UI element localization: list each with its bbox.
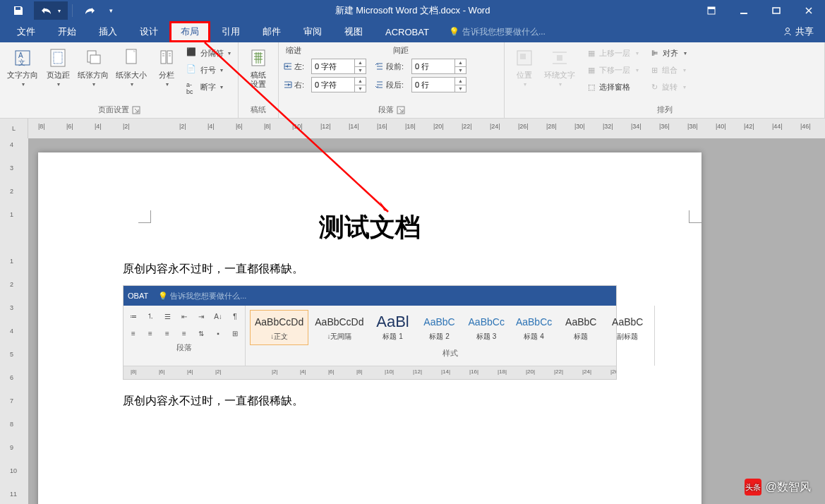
ribbon-options-button[interactable] xyxy=(695,0,728,21)
style-item[interactable]: AaBbC副标题 xyxy=(605,310,650,345)
style-item[interactable]: AaBl标题 1 xyxy=(371,310,416,345)
group-manuscript: 稿纸 设置 稿纸 xyxy=(239,42,279,118)
indent-right-input[interactable] xyxy=(312,78,354,92)
tab-layout[interactable]: 布局 xyxy=(169,21,210,42)
margins-button[interactable]: 页边距 ▾ xyxy=(42,45,73,89)
indent-left-spinner[interactable]: ▲▼ xyxy=(311,59,366,74)
save-button[interactable] xyxy=(6,1,31,20)
spacing-after-input[interactable] xyxy=(412,78,454,92)
spacing-before-up[interactable]: ▲ xyxy=(455,59,466,67)
style-item[interactable]: AaBbCc标题 3 xyxy=(464,310,510,345)
ruler-horizontal[interactable]: |8||6||4||2||2||4||6||8||10||12||14||16|… xyxy=(28,119,825,138)
minimize-button[interactable] xyxy=(728,0,760,21)
align-left-icon[interactable]: ≡ xyxy=(126,325,140,341)
align-center-icon[interactable]: ≡ xyxy=(143,325,157,341)
styles-gallery[interactable]: AaBbCcDd↓正文AaBbCcDd↓无间隔AaBl标题 1AaBbC标题 2… xyxy=(248,308,651,347)
justify-icon[interactable]: ≡ xyxy=(177,325,191,341)
style-item[interactable]: AaBbCcDd↓正文 xyxy=(250,310,308,345)
text-direction-button[interactable]: A文 文字方向 ▾ xyxy=(4,45,41,89)
undo-button[interactable]: ▾ xyxy=(34,1,68,20)
line-numbers-icon: 📄 xyxy=(186,64,198,76)
maximize-button[interactable] xyxy=(760,0,793,21)
page-setup-dialog-launcher[interactable] xyxy=(132,106,140,114)
qat-customize[interactable]: ▾ xyxy=(105,1,116,20)
size-button[interactable]: 纸张大小 ▾ xyxy=(113,45,150,89)
tab-mailings[interactable]: 邮件 xyxy=(251,21,292,42)
spacing-after-up[interactable]: ▲ xyxy=(455,78,466,85)
indent-right-down[interactable]: ▼ xyxy=(355,85,366,92)
multilevel-icon[interactable]: ☰ xyxy=(160,308,174,324)
tab-design[interactable]: 设计 xyxy=(128,21,169,42)
align-right-icon[interactable]: ≡ xyxy=(160,325,174,341)
group-button: ⊞组合▾ xyxy=(649,62,689,78)
style-item[interactable]: AaBbC标题 2 xyxy=(417,310,462,345)
ruler-vertical[interactable]: 43211234567891011 xyxy=(0,138,28,504)
sort-icon[interactable]: A↓ xyxy=(211,308,225,324)
spacing-after-spinner[interactable]: ▲▼ xyxy=(411,77,466,92)
increase-indent-icon[interactable]: ⇥ xyxy=(194,308,208,324)
quick-access-toolbar: ▾ ▾ xyxy=(0,1,116,20)
indent-left-up[interactable]: ▲ xyxy=(355,59,366,67)
tab-home[interactable]: 开始 xyxy=(47,21,88,42)
indent-right-up[interactable]: ▲ xyxy=(355,78,366,85)
spacing-before-label: 段前: xyxy=(375,61,409,72)
rotate-button: ↻旋转▾ xyxy=(649,79,689,95)
bullets-icon[interactable]: ≔ xyxy=(126,308,140,324)
breaks-button[interactable]: ⬛ 分隔符▾ xyxy=(183,45,234,61)
style-item[interactable]: AaBbCc标题 4 xyxy=(511,310,557,345)
manuscript-settings-button[interactable]: 稿纸 设置 xyxy=(243,45,274,90)
numbering-icon[interactable]: ⒈ xyxy=(143,308,157,324)
tell-me-search[interactable]: 💡 告诉我您想要做什么... xyxy=(440,21,546,42)
svg-rect-29 xyxy=(520,54,526,59)
spacing-before-input[interactable] xyxy=(412,59,454,73)
align-icon: ⊫ xyxy=(651,49,658,58)
tab-references[interactable]: 引用 xyxy=(210,21,251,42)
columns-button[interactable]: 分栏 ▾ xyxy=(151,45,182,89)
document-title[interactable]: 测试文档 xyxy=(123,210,617,245)
cropmark-tr xyxy=(689,210,701,223)
share-button[interactable]: 共享 xyxy=(771,21,825,42)
indent-left-down[interactable]: ▼ xyxy=(355,67,366,74)
wrap-text-button: 环绕文字 ▾ xyxy=(541,45,578,89)
tab-acrobat[interactable]: ACROBAT xyxy=(374,21,440,42)
indent-left-input[interactable] xyxy=(312,59,354,73)
spacing-after-down[interactable]: ▼ xyxy=(455,85,466,92)
line-numbers-button[interactable]: 📄 行号▾ xyxy=(183,62,234,78)
tab-review[interactable]: 审阅 xyxy=(292,21,333,42)
watermark-handle: @数智风 xyxy=(766,480,811,495)
send-backward-button: ▦下移一层 ▾ xyxy=(585,62,642,78)
borders-icon[interactable]: ⊞ xyxy=(228,325,242,341)
document-paragraph[interactable]: 原创内容永不过时，一直都很稀缺。 xyxy=(123,394,617,409)
watermark: 头条 @数智风 xyxy=(745,479,811,496)
nested-title-bar: OBAT 💡 告诉我您想要做什么... xyxy=(124,286,616,306)
selection-pane-button[interactable]: ⬚选择窗格 xyxy=(585,79,642,95)
document-scroll[interactable]: 测试文档 原创内容永不过时，一直都很稀缺。 OBAT 💡 告诉我您想要做什么..… xyxy=(28,138,825,504)
tab-file[interactable]: 文件 xyxy=(6,21,47,42)
tab-insert[interactable]: 插入 xyxy=(88,21,128,42)
shading-icon[interactable]: ▪ xyxy=(211,325,225,341)
line-spacing-icon[interactable]: ⇅ xyxy=(194,325,208,341)
svg-rect-2 xyxy=(740,13,747,14)
orientation-button[interactable]: 纸张方向 ▾ xyxy=(75,45,112,89)
ruler-horizontal-area: L |8||6||4||2||2||4||6||8||10||12||14||1… xyxy=(0,119,825,138)
document-area: 43211234567891011 测试文档 原创内容永不过时，一直都很稀缺。 … xyxy=(0,138,825,504)
style-item[interactable]: AaBbCcDd↓无间隔 xyxy=(310,310,368,345)
style-item[interactable]: AaBbC标题 xyxy=(558,310,603,345)
paragraph-dialog-launcher[interactable] xyxy=(397,106,405,114)
spacing-before-spinner[interactable]: ▲▼ xyxy=(411,59,466,74)
tab-view[interactable]: 视图 xyxy=(333,21,374,42)
show-marks-icon[interactable]: ¶ xyxy=(228,308,242,324)
decrease-indent-icon[interactable]: ⇤ xyxy=(177,308,191,324)
tab-selector[interactable]: L xyxy=(0,119,28,138)
svg-rect-13 xyxy=(161,51,166,64)
redo-button[interactable] xyxy=(77,1,102,20)
group-paragraph: 缩进 间距 左: ▲▼ 段前: ▲▼ 右: ▲▼ 段后: ▲▼ 段落 xyxy=(279,42,505,118)
page[interactable]: 测试文档 原创内容永不过时，一直都很稀缺。 OBAT 💡 告诉我您想要做什么..… xyxy=(38,152,701,504)
close-button[interactable] xyxy=(793,0,825,21)
hyphenation-button[interactable]: a-bc 断字▾ xyxy=(183,79,234,95)
spacing-before-down[interactable]: ▼ xyxy=(455,67,466,74)
document-paragraph[interactable]: 原创内容永不过时，一直都很稀缺。 xyxy=(123,262,617,277)
align-button[interactable]: ⊫对齐▾ xyxy=(649,45,689,61)
nested-styles-group: AaBbCcDd↓正文AaBbCcDd↓无间隔AaBl标题 1AaBbC标题 2… xyxy=(246,306,655,366)
indent-right-spinner[interactable]: ▲▼ xyxy=(311,77,366,92)
